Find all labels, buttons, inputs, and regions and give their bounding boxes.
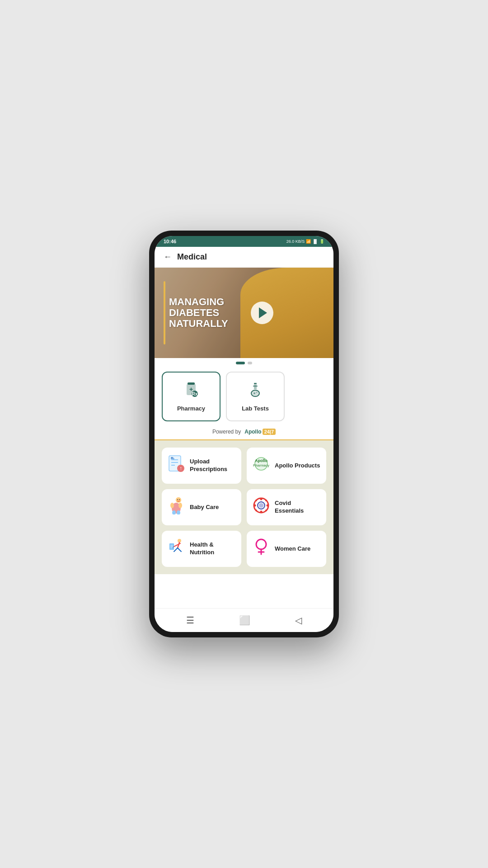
page-title: Medical (177, 252, 207, 262)
powered-by-text: Powered by (212, 429, 241, 435)
svg-point-41 (265, 500, 267, 501)
banner-text-block: MANAGING DIABETES NATURALLY (164, 297, 228, 330)
status-bar: 10:46 26.0 KB/S 📶 ▐▌ 🔋 (155, 236, 333, 247)
pharmacy-label: Pharmacy (177, 405, 205, 412)
baby-care-label: Baby Care (190, 504, 219, 511)
svg-point-44 (259, 503, 263, 508)
category-section: R x ↑ Upload Prescriptions (155, 440, 333, 574)
status-signal: ▐▌ (312, 239, 318, 244)
svg-rect-9 (254, 383, 257, 384)
apollo-products-label: Apollo Products (275, 462, 320, 470)
banner[interactable]: MANAGING DIABETES NATURALLY (155, 268, 333, 358)
apollo-products-icon: Apollo Pharmacy (252, 456, 270, 476)
service-pharmacy[interactable]: + Rx Pharmacy (162, 372, 221, 421)
category-baby-care[interactable]: Baby Care (162, 489, 241, 525)
health-nutrition-icon (167, 538, 185, 560)
svg-point-11 (253, 392, 255, 394)
category-women-care[interactable]: Women Care (247, 531, 326, 567)
play-icon (259, 307, 267, 318)
nav-bar: ☰ ⬜ ◁ (155, 608, 333, 632)
svg-point-38 (254, 505, 256, 507)
women-care-label: Women Care (275, 545, 310, 553)
service-lab-tests[interactable]: Lab Tests (226, 372, 285, 421)
svg-line-48 (178, 548, 181, 552)
status-battery: 🔋 (319, 239, 324, 244)
svg-point-42 (255, 509, 257, 511)
lab-tests-icon (247, 382, 263, 401)
svg-point-27 (178, 503, 182, 508)
category-health-nutrition[interactable]: Health & Nutrition (162, 531, 241, 567)
health-nutrition-label: Health & Nutrition (190, 541, 236, 557)
status-time: 10:46 (164, 239, 176, 244)
status-network: 26.0 KB/S (286, 239, 305, 244)
category-apollo-products[interactable]: Apollo Pharmacy Apollo Products (247, 448, 326, 484)
apollo-badge: Apollo 24|7 (244, 429, 276, 435)
category-upload-prescriptions[interactable]: R x ↑ Upload Prescriptions (162, 448, 241, 484)
svg-point-43 (265, 509, 267, 511)
upload-prescriptions-icon: R x ↑ (167, 455, 185, 476)
phone-screen: 10:46 26.0 KB/S 📶 ▐▌ 🔋 ← Medical (155, 236, 333, 632)
svg-line-47 (174, 548, 178, 552)
status-icons: 26.0 KB/S 📶 ▐▌ 🔋 (286, 239, 324, 244)
pharmacy-icon: + Rx (183, 382, 199, 401)
svg-point-39 (267, 505, 269, 507)
phone-frame: 10:46 26.0 KB/S 📶 ▐▌ 🔋 ← Medical (149, 231, 339, 637)
svg-point-32 (179, 499, 180, 500)
category-grid: R x ↑ Upload Prescriptions (162, 448, 326, 567)
svg-point-37 (260, 511, 263, 513)
upload-prescriptions-label: Upload Prescriptions (190, 458, 236, 473)
svg-point-40 (255, 500, 257, 501)
svg-point-31 (177, 499, 178, 500)
svg-point-36 (260, 498, 263, 500)
women-care-icon (252, 538, 270, 560)
main-content: MANAGING DIABETES NATURALLY (155, 268, 333, 608)
svg-point-30 (176, 497, 181, 503)
covid-essentials-label: Covid Essentials (275, 500, 321, 515)
services-row: + Rx Pharmacy (155, 368, 333, 425)
status-wifi: 📶 (306, 239, 311, 244)
back-button[interactable]: ← (164, 252, 172, 262)
svg-text:x: x (173, 457, 174, 460)
apollo-brand-num: 24|7 (263, 429, 276, 435)
baby-care-icon (167, 496, 185, 518)
svg-line-46 (178, 542, 179, 548)
svg-point-12 (256, 392, 258, 393)
dot-2[interactable] (248, 362, 252, 364)
lab-tests-label: Lab Tests (242, 405, 269, 412)
svg-text:↑: ↑ (179, 465, 182, 472)
nav-menu-button[interactable]: ☰ (179, 613, 202, 627)
play-button[interactable] (251, 302, 273, 324)
dot-1[interactable] (236, 362, 245, 364)
banner-title: MANAGING DIABETES NATURALLY (164, 297, 228, 330)
nav-home-button[interactable]: ⬜ (232, 613, 258, 627)
svg-text:Pharmacy: Pharmacy (253, 463, 269, 467)
svg-text:Apollo: Apollo (255, 458, 267, 463)
nav-back-button[interactable]: ◁ (288, 613, 309, 627)
svg-text:Rx: Rx (192, 392, 198, 396)
carousel-dots (155, 358, 333, 368)
apollo-brand-name: Apollo (244, 429, 261, 435)
category-covid-essentials[interactable]: Covid Essentials (247, 489, 326, 525)
svg-point-55 (256, 539, 266, 549)
header: ← Medical (155, 247, 333, 268)
powered-by-section: Powered by Apollo 24|7 (155, 425, 333, 440)
covid-essentials-icon (252, 496, 270, 518)
svg-point-26 (170, 503, 174, 508)
